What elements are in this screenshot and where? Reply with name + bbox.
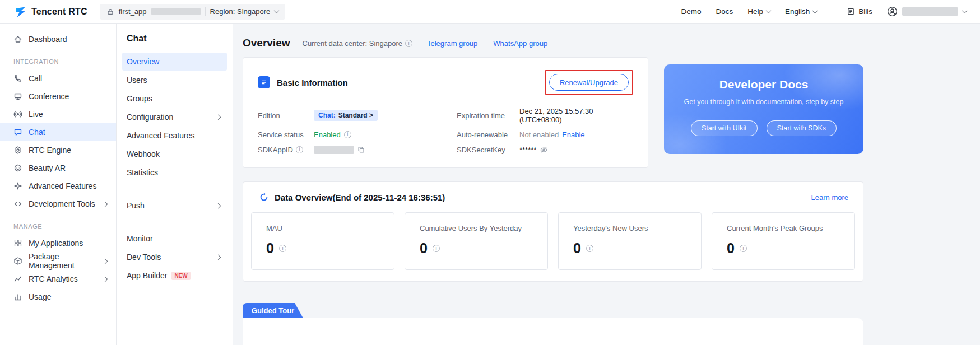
guided-tour-tab[interactable]: Guided Tour	[243, 303, 303, 318]
conference-screen-icon	[13, 92, 22, 101]
divider	[832, 7, 832, 16]
subnav-item-push[interactable]: Push	[122, 197, 227, 215]
face-icon	[13, 164, 22, 172]
metric-value: 0	[727, 240, 735, 257]
edition-badge[interactable]: Chat: Standard >	[314, 110, 378, 121]
sidebar-item-beauty-ar[interactable]: Beauty AR	[0, 159, 116, 177]
sidebar-item-usage[interactable]: Usage	[0, 288, 116, 306]
info-icon[interactable]	[586, 245, 593, 252]
topnav-help[interactable]: Help	[747, 7, 770, 16]
redacted-app-name	[151, 8, 201, 15]
sidebar-item-label: Development Tools	[29, 199, 97, 208]
annotation-red-box: Renewal/Upgrade	[545, 70, 633, 95]
region-label: Region: Singapore	[210, 7, 271, 16]
telegram-group-link[interactable]: Telegram group	[427, 39, 477, 48]
data-overview-card: Data Overview(End of 2025-11-24 16:36:51…	[243, 181, 863, 282]
data-overview-title: Data Overview(End of 2025-11-24 16:36:51…	[275, 193, 445, 202]
primary-sidebar: Dashboard INTEGRATION Call Conference Li…	[0, 24, 117, 345]
learn-more-link[interactable]: Learn more	[811, 193, 848, 202]
subnav-item-label: Configuration	[127, 113, 216, 122]
info-icon[interactable]	[405, 40, 412, 47]
subnav-group-gap	[122, 215, 227, 230]
auto-renew-value: Not enabled	[519, 130, 559, 139]
eye-off-icon[interactable]	[540, 146, 548, 154]
sidebar-item-label: RTC Engine	[29, 146, 107, 155]
subnav-item-configuration[interactable]: Configuration	[122, 108, 227, 126]
refresh-icon[interactable]	[259, 192, 269, 202]
tencent-rtc-logo-icon	[13, 5, 27, 18]
subnav-item-statistics[interactable]: Statistics	[122, 164, 227, 181]
sidebar-item-label: Conference	[29, 92, 107, 101]
enable-auto-renew-link[interactable]: Enable	[562, 130, 584, 139]
sidebar-item-chat[interactable]: Chat	[0, 123, 116, 141]
metric-value: 0	[573, 240, 581, 257]
expiration-label: Expiration time	[457, 111, 519, 120]
developer-docs-title: Developer Docs	[719, 78, 809, 91]
sidebar-item-development-tools[interactable]: Development Tools	[0, 195, 116, 213]
guided-tour-panel	[243, 318, 863, 345]
service-status-value: Enabled	[314, 130, 341, 139]
info-icon[interactable]	[433, 245, 440, 252]
usage-bars-icon	[13, 292, 22, 301]
info-icon[interactable]	[344, 131, 351, 138]
topnav-bills[interactable]: Bills	[847, 7, 872, 16]
sidebar-item-advanced-features[interactable]: Advanced Features	[0, 177, 116, 195]
phone-icon	[13, 74, 22, 83]
topnav-docs[interactable]: Docs	[716, 7, 733, 16]
subnav-item-dev-tools[interactable]: Dev Tools	[122, 248, 227, 266]
subnav-item-app-builder[interactable]: App BuilderNEW	[122, 267, 227, 285]
start-with-uikit-button[interactable]: Start with UIkit	[691, 120, 758, 136]
sidebar-item-my-applications[interactable]: My Applications	[0, 234, 116, 252]
info-icon[interactable]	[279, 245, 286, 252]
info-icon[interactable]	[740, 245, 747, 252]
renewal-upgrade-button[interactable]: Renewal/Upgrade	[549, 74, 629, 91]
sidebar-item-live[interactable]: Live	[0, 105, 116, 123]
divider	[205, 7, 206, 16]
metric-label: MAU	[266, 224, 379, 232]
subnav-item-label: Groups	[127, 94, 220, 103]
redacted-account-name	[902, 7, 958, 16]
edition-product: Chat:	[318, 111, 336, 119]
guided-tour-section: Guided Tour	[243, 303, 863, 345]
sidebar-item-label: Dashboard	[29, 35, 107, 44]
metric-value: 0	[266, 240, 274, 257]
sidebar-item-rtc-analytics[interactable]: RTC Analytics	[0, 270, 116, 288]
subnav-item-overview[interactable]: Overview	[122, 53, 227, 71]
subnav-item-advanced-features[interactable]: Advanced Features	[122, 127, 227, 144]
chevron-right-icon	[216, 203, 221, 208]
sidebar-item-call[interactable]: Call	[0, 69, 116, 87]
chevron-right-icon	[216, 114, 221, 120]
sidebar-item-rtc-engine[interactable]: RTC Engine	[0, 141, 116, 159]
brand[interactable]: Tencent RTC	[13, 5, 87, 18]
metric-label: Yesterday's New Users	[573, 224, 686, 232]
chevron-right-icon	[103, 201, 108, 207]
package-box-icon	[13, 257, 22, 265]
subnav-item-label: Dev Tools	[127, 253, 216, 262]
auto-renew-label: Auto-renewable	[457, 130, 519, 139]
subnav-item-groups[interactable]: Groups	[122, 90, 227, 108]
info-icon[interactable]	[296, 146, 303, 153]
sidebar-item-dashboard[interactable]: Dashboard	[0, 30, 116, 48]
topnav-help-label: Help	[747, 7, 763, 16]
subnav-item-webhook[interactable]: Webhook	[122, 145, 227, 163]
subnav-item-users[interactable]: Users	[122, 71, 227, 89]
whatsapp-group-link[interactable]: WhatsApp group	[493, 39, 547, 48]
topnav-demo[interactable]: Demo	[681, 7, 701, 16]
chevron-right-icon	[216, 254, 221, 260]
subnav-item-monitor[interactable]: Monitor	[122, 230, 227, 248]
sdkappid-label: SDKAppID	[258, 146, 293, 154]
topnav-language[interactable]: English	[785, 7, 817, 16]
bills-icon	[847, 7, 855, 16]
topnav-language-label: English	[785, 7, 810, 16]
start-with-sdks-button[interactable]: Start with SDKs	[767, 120, 837, 136]
copy-icon[interactable]	[357, 146, 365, 153]
sidebar-item-conference[interactable]: Conference	[0, 87, 116, 105]
sidebar-item-label: Advanced Features	[29, 181, 107, 190]
sidebar-item-label: Package Management	[29, 252, 97, 270]
metric-value: 0	[420, 240, 428, 257]
app-region-selector[interactable]: first_app Region: Singapore	[100, 4, 286, 20]
sidebar-item-package-management[interactable]: Package Management	[0, 252, 116, 270]
section-label-integration: INTEGRATION	[0, 48, 116, 69]
account-menu[interactable]	[887, 6, 967, 17]
metric-card-peak-groups: Current Month's Peak Groups 0	[712, 212, 855, 270]
